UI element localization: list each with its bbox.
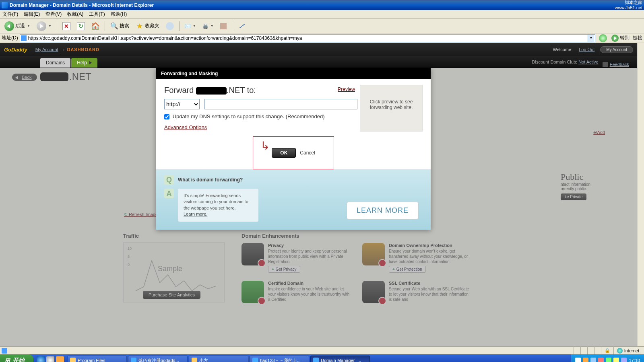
- xp-taskbar: ⊞开始 Program Files 落伍有注册godadd... 小方 hao1…: [0, 354, 644, 362]
- home-button[interactable]: 🏠: [89, 21, 101, 32]
- feedback-link[interactable]: Feedback: [603, 60, 637, 68]
- tabs-row: Domains Help Discount Domain Club: Not A…: [0, 56, 637, 68]
- vertical-scrollbar[interactable]: [637, 43, 644, 346]
- back-button[interactable]: 后退▼: [2, 21, 32, 32]
- myaccount-button[interactable]: My Account: [600, 46, 633, 53]
- menu-tools[interactable]: 工具(T): [89, 11, 105, 18]
- address-dropdown[interactable]: ▼: [588, 35, 594, 42]
- menu-view[interactable]: 查看(V): [45, 11, 62, 18]
- tray-icon[interactable]: [606, 358, 611, 362]
- discount-club: Discount Domain Club: Not Active: [532, 60, 599, 64]
- forward-icon: [37, 21, 46, 31]
- ie-task-icon: [131, 358, 136, 362]
- advanced-options-link[interactable]: Advanced Options: [164, 124, 207, 130]
- tray-icon[interactable]: [575, 358, 581, 362]
- refresh-icon: ↻: [77, 22, 85, 30]
- ok-cancel-area: ↳ OK Cancel: [253, 136, 334, 169]
- page-body: Back .NET e/Add Public ntact information…: [0, 68, 637, 346]
- task-5-active[interactable]: Domain Manager -...: [310, 356, 370, 362]
- go-button[interactable]: 转到: [611, 35, 630, 42]
- task-4[interactable]: hao123－－我的上...: [250, 356, 309, 362]
- crumb-dashboard: DASHBOARD: [67, 47, 99, 52]
- answer-icon: A: [164, 189, 174, 198]
- print-icon: 🖨️: [202, 23, 208, 29]
- modal-header: Forwarding and Masking: [156, 68, 431, 79]
- favorites-button[interactable]: ★收藏夹: [134, 21, 161, 32]
- annotation-mark: ↳: [260, 139, 270, 152]
- tray-icon[interactable]: [621, 358, 627, 362]
- protocol-select[interactable]: http://: [164, 99, 200, 109]
- redacted-domain-modal: [196, 87, 227, 95]
- ql-ie-icon[interactable]: [37, 356, 45, 362]
- extra-button[interactable]: ⟋: [235, 21, 248, 32]
- tray-icon[interactable]: [613, 358, 619, 362]
- address-input[interactable]: [28, 35, 588, 41]
- club-status-link[interactable]: Not Active: [578, 60, 599, 64]
- ie-toolbar: 后退▼ ▼ ✕ ↻ 🏠 🔍搜索 ★收藏夹 ✉️▼ 🖨️▼ ⟋: [0, 19, 644, 33]
- tray-clock[interactable]: 17:10: [629, 358, 640, 362]
- tray-icon[interactable]: [590, 358, 596, 362]
- tab-help[interactable]: Help: [71, 58, 97, 68]
- menu-help[interactable]: 帮助(H): [111, 11, 127, 18]
- task-3[interactable]: 小方: [189, 356, 248, 362]
- tab-domains[interactable]: Domains: [40, 58, 70, 68]
- edit-icon: [220, 23, 227, 29]
- ie-statusbar: 🔒 Internet: [0, 346, 644, 354]
- folder-icon: [192, 358, 197, 362]
- task-2[interactable]: 落伍有注册godadd...: [128, 356, 188, 362]
- tray-icon[interactable]: [583, 358, 588, 362]
- start-button[interactable]: ⊞开始: [0, 354, 33, 362]
- menu-edit[interactable]: 编辑(E): [24, 11, 40, 18]
- ql-app-icon[interactable]: [56, 356, 64, 362]
- browser-viewport: GoDaddy My Account › DASHBOARD Welcome: …: [0, 43, 644, 346]
- go-icon: [611, 35, 619, 42]
- question-icon: Q: [164, 175, 174, 185]
- question-text: What is domain forwarding?: [178, 177, 243, 183]
- system-tray[interactable]: 17:10: [571, 354, 644, 362]
- ie-icon: [2, 2, 8, 8]
- edit-button[interactable]: [218, 21, 229, 32]
- refresh-button[interactable]: ↻: [75, 21, 87, 32]
- tray-icon[interactable]: [598, 358, 604, 362]
- address-label: 地址(D): [2, 35, 18, 41]
- task-1[interactable]: Program Files: [67, 356, 127, 362]
- mail-button[interactable]: ✉️▼: [183, 21, 198, 32]
- print-button[interactable]: 🖨️▼: [200, 21, 216, 32]
- history-button[interactable]: [164, 21, 176, 32]
- links-label[interactable]: 链接: [633, 35, 642, 41]
- lock-icon: 🔒: [605, 348, 610, 353]
- welcome-text: Welcome:: [553, 47, 572, 52]
- block-button[interactable]: [597, 33, 609, 44]
- learn-more-link[interactable]: Learn more.: [184, 212, 207, 216]
- forward-button[interactable]: ▼: [35, 21, 54, 32]
- dns-label: Update my DNS settings to support this c…: [173, 113, 325, 119]
- crumb-myaccount[interactable]: My Account: [35, 47, 58, 52]
- learn-more-button[interactable]: LEARN MORE: [347, 202, 419, 219]
- forward-url-input[interactable]: [204, 99, 357, 109]
- ie-task-icon: [313, 358, 319, 362]
- search-button[interactable]: 🔍搜索: [108, 21, 131, 32]
- menu-favorites[interactable]: 收藏(A): [67, 11, 83, 18]
- page-status-icon: [2, 348, 7, 354]
- godaddy-logo[interactable]: GoDaddy: [4, 47, 27, 53]
- ie-task-icon: [252, 358, 258, 362]
- preview-box: Click preview to see forwarding web site…: [360, 85, 423, 132]
- ie-menubar: 文件(F) 编辑(E) 查看(V) 收藏(A) 工具(T) 帮助(H): [0, 10, 644, 19]
- cancel-link[interactable]: Cancel: [300, 150, 315, 156]
- ql-desktop-icon[interactable]: [46, 356, 54, 362]
- feedback-icon: [603, 62, 608, 67]
- quick-launch: [37, 356, 64, 362]
- menu-file[interactable]: 文件(F): [2, 11, 18, 18]
- history-icon: [166, 22, 174, 30]
- logout-link[interactable]: Log Out: [579, 47, 594, 52]
- preview-link[interactable]: Preview: [338, 86, 355, 92]
- stop-icon: ✕: [62, 22, 70, 30]
- window-titlebar: Domain Manager - Domain Details - Micros…: [0, 0, 644, 10]
- address-field[interactable]: ▼: [20, 34, 595, 42]
- swoosh-icon: ⟋: [237, 21, 246, 31]
- mail-icon: ✉️: [185, 23, 191, 29]
- ok-button[interactable]: OK: [272, 148, 296, 158]
- dns-checkbox[interactable]: [164, 114, 169, 119]
- status-zone: Internet: [613, 347, 642, 354]
- stop-button[interactable]: ✕: [60, 21, 72, 32]
